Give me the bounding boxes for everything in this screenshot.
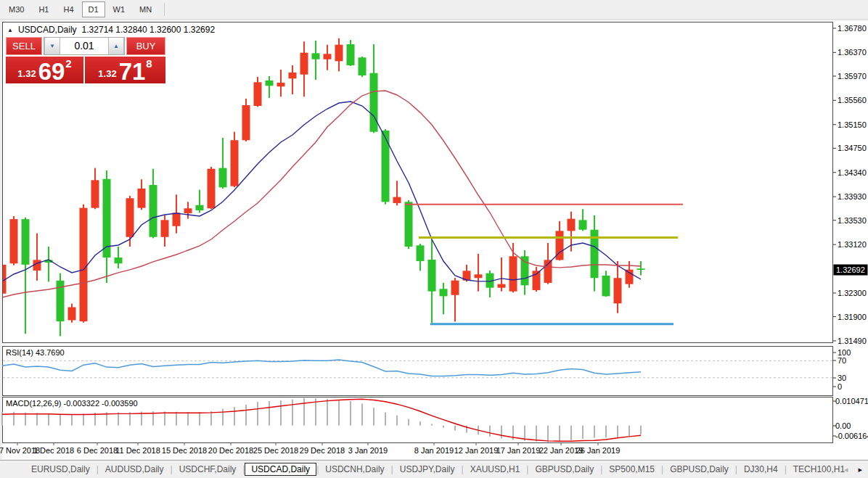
macd-bar — [361, 403, 363, 425]
candle — [359, 57, 367, 77]
price-axis-label: 1.33930 — [838, 192, 867, 201]
macd-bar — [570, 426, 572, 440]
buy-price-prefix: 1.32 — [98, 68, 116, 79]
price-axis-label: 1.33120 — [838, 240, 867, 249]
chart-ohlc-values: 1.32714 1.32840 1.32600 1.32692 — [82, 25, 216, 35]
macd-bar — [629, 426, 630, 436]
volume-decrease-button[interactable]: ▼ — [44, 38, 60, 54]
buy-price-panel[interactable]: 1.32 71 8 — [85, 57, 165, 83]
rsi-axis-label: 0 — [838, 382, 842, 391]
sell-price-panel[interactable]: 1.32 69 2 — [6, 57, 83, 83]
macd-bar — [419, 421, 421, 426]
quick-trade-widget: SELL ▼ 0.01 ▲ BUY 1.32 69 2 1.32 71 8 — [6, 37, 165, 83]
symbol-tab-xauusd-h1[interactable]: XAUUSD,H1 — [464, 463, 527, 476]
macd-bar — [234, 407, 235, 426]
volume-value[interactable]: 0.01 — [60, 38, 108, 54]
macd-bar — [385, 413, 386, 426]
macd-bar — [83, 413, 84, 425]
date-axis-label: 3 Jan 2019 — [348, 446, 388, 455]
date-axis-label: 15 Dec 2018 — [162, 446, 207, 455]
symbol-tab-usdcad-daily[interactable]: USDCAD,Daily — [245, 463, 316, 476]
candle — [405, 200, 413, 249]
date-axis-label: 20 Dec 2018 — [208, 446, 253, 455]
macd-bar — [536, 426, 537, 442]
macd-bar — [605, 426, 607, 438]
price-axis-label: 1.34340 — [838, 168, 867, 177]
symbol-tab-gbpusd-daily[interactable]: GBPUSD,Daily — [663, 463, 735, 476]
macd-bar — [36, 413, 38, 425]
chevron-down-icon: ▼ — [49, 43, 55, 49]
buy-button[interactable]: BUY — [126, 37, 165, 55]
price-axis-label: 1.35150 — [838, 120, 867, 129]
macd-indicator-label: MACD(12,26,9) -0.003322 -0.003590 — [6, 399, 138, 408]
tabs-scroll-right-icon[interactable]: ▸ — [858, 465, 862, 474]
chart-background — [2, 21, 868, 459]
symbol-tab-eurusd-daily[interactable]: EURUSD,Daily — [25, 463, 97, 476]
macd-bar — [582, 426, 584, 439]
symbol-tab-bar: EURUSD,Daily|AUDUSD,Daily|USDCHF,Daily|U… — [0, 460, 868, 478]
price-axis-label: 1.31900 — [838, 313, 867, 321]
macd-bar — [373, 408, 374, 426]
price-axis-label: 1.36780 — [838, 24, 867, 33]
price-axis-label: 1.34750 — [838, 144, 867, 152]
macd-bar — [245, 405, 247, 426]
macd-bar — [199, 412, 200, 426]
candle — [208, 167, 216, 209]
symbol-tab-usdchf-daily[interactable]: USDCHF,Daily — [173, 463, 243, 476]
macd-bar — [594, 426, 595, 438]
macd-bar — [640, 426, 642, 435]
symbol-tab-audusd-daily[interactable]: AUDUSD,Daily — [99, 463, 171, 476]
macd-bar — [501, 426, 502, 439]
macd-bar — [303, 398, 305, 426]
date-axis-label: 6 Dec 2018 — [77, 446, 118, 455]
symbol-tab-gbpusd-daily[interactable]: GBPUSD,Daily — [528, 463, 600, 476]
macd-bar — [280, 400, 282, 426]
symbol-tab-tech100-h1[interactable]: TECH100,H1 — [787, 463, 851, 476]
sell-button[interactable]: SELL — [6, 37, 42, 55]
candle — [10, 216, 18, 265]
macd-bar — [431, 424, 433, 425]
sell-price-prefix: 1.32 — [17, 68, 36, 79]
macd-bar — [327, 399, 328, 426]
macd-bar — [60, 414, 61, 426]
macd-bar — [187, 412, 189, 426]
date-axis-label: 12 Jan 2019 — [454, 446, 499, 455]
price-axis-label: 1.35970 — [838, 72, 867, 81]
macd-bar — [210, 411, 212, 426]
volume-increase-button[interactable]: ▲ — [108, 38, 124, 54]
sell-price-big: 69 — [38, 61, 65, 82]
buy-price-big: 71 — [119, 61, 146, 82]
macd-bar — [454, 426, 456, 431]
tabs-scroll-left-icon[interactable]: ◂ — [844, 465, 848, 474]
macd-bar — [269, 401, 270, 426]
date-axis-label: 1 Dec 2018 — [33, 446, 74, 455]
volume-stepper: ▼ 0.01 ▲ — [44, 37, 125, 55]
current-price-value: 1.32692 — [836, 265, 865, 274]
collapse-triangle-icon[interactable]: ▲ — [7, 27, 13, 33]
macd-axis-label: -0.006164 — [835, 432, 868, 440]
macd-bar — [164, 411, 165, 425]
macd-bar — [48, 413, 49, 426]
macd-bar — [617, 426, 618, 437]
candle — [80, 205, 88, 323]
price-axis-label: 1.31490 — [838, 337, 867, 345]
symbol-tab-usdjpy-daily[interactable]: USDJPY,Daily — [393, 463, 462, 476]
macd-bar — [118, 413, 119, 426]
date-axis-label: 8 Jan 2019 — [414, 446, 454, 455]
symbol-tab-dj30-h4[interactable]: DJ30,H4 — [737, 463, 785, 476]
symbol-tab-sp500-m15[interactable]: SP500,M15 — [602, 463, 661, 476]
macd-bar — [547, 426, 549, 442]
price-axis-label: 1.35560 — [838, 96, 867, 104]
buy-price-sup: 8 — [146, 57, 152, 70]
macd-axis-label: 0.010471 — [835, 397, 868, 405]
mt4-window: M30H1H4D1W1MN 1.367801.363701.359701.355… — [0, 0, 868, 478]
macd-bar — [443, 426, 444, 428]
date-axis-label: 26 Jan 2019 — [576, 446, 621, 455]
date-axis-label: 29 Dec 2018 — [300, 446, 345, 455]
date-axis-label: 17 Jan 2019 — [496, 446, 541, 455]
macd-bar — [176, 412, 177, 426]
symbol-tab-usdcnh-daily[interactable]: USDCNH,Daily — [319, 463, 390, 476]
chevron-up-icon: ▲ — [113, 43, 119, 49]
macd-bar — [408, 419, 409, 426]
macd-bar — [489, 426, 491, 437]
